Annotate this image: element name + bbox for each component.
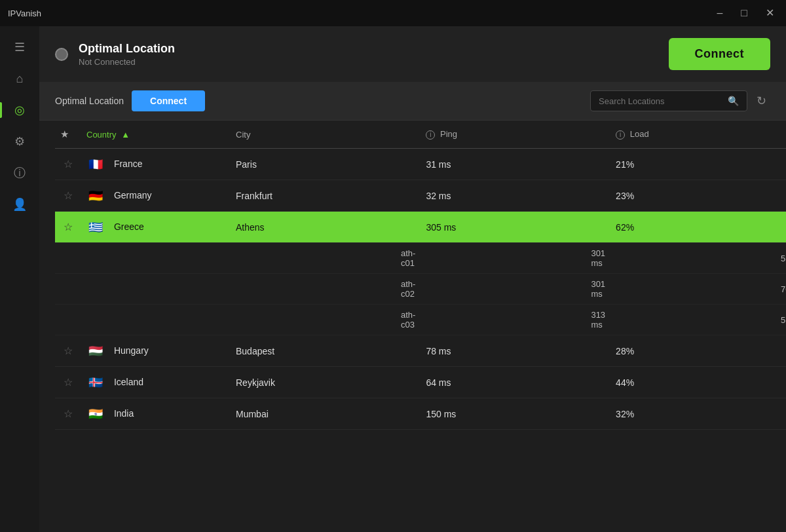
subrow-ping-value: 301 ms	[591, 279, 605, 299]
main-connect-button[interactable]: Connect	[669, 38, 771, 70]
info-icon: ⓘ	[14, 167, 26, 179]
city-name: Athens	[236, 222, 265, 233]
table-row[interactable]: ☆ 🇩🇪 Germany Frankfurt 32 ms 23% 56 ▼	[55, 180, 786, 212]
load-value: 62%	[616, 222, 634, 233]
subrow-city-cell: ath-c02	[231, 274, 421, 305]
search-box: 🔍	[590, 90, 747, 111]
ping-cell: 31 ms	[421, 149, 610, 180]
city-cell: Paris	[231, 149, 421, 180]
connection-status-dot	[55, 48, 68, 61]
minimize-button[interactable]: –	[713, 7, 726, 20]
sidebar-item-menu[interactable]: ☰	[5, 33, 34, 62]
country-cell: 🇮🇸 Iceland	[81, 367, 231, 398]
sidebar-item-settings[interactable]: ⚙	[5, 127, 34, 156]
favorite-star-icon[interactable]: ☆	[64, 159, 73, 170]
col-header-city[interactable]: City	[231, 121, 421, 149]
refresh-button[interactable]: ↻	[753, 90, 770, 112]
header-left: Optimal Location Not Connected	[55, 42, 175, 67]
country-flag: 🇫🇷	[86, 158, 105, 171]
sidebar-item-home[interactable]: ⌂	[5, 64, 34, 93]
load-value: 28%	[616, 346, 634, 356]
ping-cell: 32 ms	[421, 180, 610, 212]
col-header-ping[interactable]: i Ping	[421, 121, 610, 149]
subrow-ping-value: 301 ms	[591, 248, 605, 268]
sidebar-item-account[interactable]: 👤	[5, 190, 34, 219]
subrow-load-value: 57%	[781, 315, 786, 325]
subrow-empty	[55, 243, 231, 274]
app-title: IPVanish	[8, 9, 41, 18]
city-cell: Frankfurt	[231, 180, 421, 212]
favorite-cell: ☆	[55, 212, 81, 243]
country-col-label: Country	[86, 130, 117, 140]
refresh-icon: ↻	[757, 94, 766, 108]
connection-status-text: Not Connected	[79, 57, 175, 67]
subrow-ping-cell: 301 ms	[421, 274, 610, 305]
table-subrow[interactable]: ath-c01 301 ms 59%	[55, 243, 786, 274]
country-cell: 🇩🇪 Germany	[81, 180, 231, 212]
load-cell: 32%	[610, 398, 786, 430]
country-flag: 🇬🇷	[86, 221, 105, 234]
country-name: Greece	[114, 221, 144, 231]
subrow-empty	[55, 274, 231, 305]
ping-value: 64 ms	[426, 377, 451, 388]
header-info: Optimal Location Not Connected	[79, 42, 175, 67]
location-pin-icon: ◎	[14, 104, 25, 116]
subrow-empty	[55, 305, 231, 335]
favorite-star-icon[interactable]: ☆	[64, 345, 73, 356]
favorite-star-icon[interactable]: ☆	[64, 377, 73, 388]
subrow-load-value: 70%	[781, 284, 786, 294]
load-info-icon[interactable]: i	[616, 130, 625, 140]
ping-info-icon[interactable]: i	[426, 130, 435, 140]
ping-value: 32 ms	[426, 191, 451, 201]
load-cell: 62%	[610, 212, 786, 243]
country-cell: 🇭🇺 Hungary	[81, 335, 231, 367]
favorite-star-icon[interactable]: ☆	[64, 190, 73, 201]
city-name: Frankfurt	[236, 191, 272, 201]
menu-icon: ☰	[14, 41, 25, 53]
country-cell: 🇮🇳 India	[81, 398, 231, 430]
col-header-country[interactable]: Country ▲	[81, 121, 231, 149]
load-value: 23%	[616, 191, 634, 201]
favorite-star-icon[interactable]: ☆	[64, 408, 73, 419]
sidebar-item-info[interactable]: ⓘ	[5, 159, 34, 187]
col-header-load[interactable]: i Load	[610, 121, 786, 149]
load-cell: 21%	[610, 149, 786, 180]
subrow-city-cell: ath-c03	[231, 305, 421, 335]
title-bar: IPVanish – □ ✕	[0, 0, 786, 26]
ping-col-label: Ping	[440, 129, 457, 139]
search-input[interactable]	[599, 96, 722, 106]
favorite-star-icon[interactable]: ☆	[64, 221, 73, 233]
load-value: 21%	[616, 159, 634, 170]
search-icon: 🔍	[728, 96, 739, 106]
location-title: Optimal Location	[79, 42, 175, 56]
table-subrow[interactable]: ath-c03 313 ms 57%	[55, 305, 786, 335]
close-button[interactable]: ✕	[762, 7, 778, 20]
favorite-cell: ☆	[55, 335, 81, 367]
table-row[interactable]: ☆ 🇬🇷 Greece Athens 305 ms 62% 3 ▲	[55, 212, 786, 243]
table-row[interactable]: ☆ 🇭🇺 Hungary Budapest 78 ms 28% 4 ▼	[55, 335, 786, 367]
table-row[interactable]: ☆ 🇫🇷 France Paris 31 ms 21% 26 ▼	[55, 149, 786, 180]
sidebar-item-locations[interactable]: ◎	[5, 96, 34, 124]
subrow-load-value: 59%	[781, 254, 786, 263]
country-name: Germany	[114, 189, 152, 200]
header: Optimal Location Not Connected Connect	[39, 26, 786, 82]
user-icon: 👤	[12, 199, 27, 210]
favorite-cell: ☆	[55, 180, 81, 212]
toolbar: Optimal Location Connect 🔍 ↻	[39, 82, 786, 121]
optimal-location-label: Optimal Location	[55, 96, 124, 106]
table-header-row: ★ Country ▲ City i Ping	[55, 121, 786, 149]
city-cell: Athens	[231, 212, 421, 243]
country-name: Hungary	[114, 345, 149, 355]
locations-table: ★ Country ▲ City i Ping	[55, 121, 786, 430]
home-icon: ⌂	[16, 73, 24, 85]
table-row[interactable]: ☆ 🇮🇳 India Mumbai 150 ms 32% 6 ▼	[55, 398, 786, 430]
table-row[interactable]: ☆ 🇮🇸 Iceland Reykjavik 64 ms 44% 2 ▼	[55, 367, 786, 398]
ping-cell: 64 ms	[421, 367, 610, 398]
city-cell: Mumbai	[231, 398, 421, 430]
table-subrow[interactable]: ath-c02 301 ms 70%	[55, 274, 786, 305]
country-flag: 🇩🇪	[86, 189, 105, 202]
city-name: Mumbai	[236, 409, 269, 419]
toolbar-connect-button[interactable]: Connect	[132, 90, 205, 111]
sort-arrow-icon: ▲	[121, 130, 130, 140]
maximize-button[interactable]: □	[737, 7, 751, 20]
